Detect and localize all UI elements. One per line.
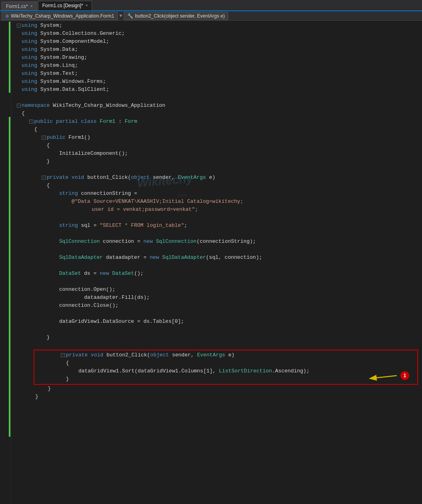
- highlighted-method: -private void button2_Click(object sende…: [34, 350, 418, 385]
- badge-circle: 1: [400, 371, 409, 380]
- breadcrumb-right[interactable]: 🔧 button2_Click(object sender, EventArgs…: [124, 12, 228, 20]
- collapse-btn2[interactable]: -: [61, 353, 65, 357]
- code-area: Wikitechy .com -using System; using Syst…: [0, 21, 422, 504]
- tab-form1-design[interactable]: Form1.cs [Design]* ×: [38, 1, 92, 10]
- code-content[interactable]: Wikitechy .com -using System; using Syst…: [17, 21, 422, 504]
- code-block: -using System; using System.Collections.…: [17, 22, 422, 350]
- breadcrumb-right-text: button2_Click(object sender, EventArgs e…: [135, 13, 225, 19]
- collapse-column: [11, 21, 17, 504]
- collapse-1[interactable]: -: [17, 24, 21, 28]
- green-bar-1: [9, 22, 10, 93]
- closing-braces: } }: [34, 385, 422, 401]
- tab-form1-cs-label: Form1.cs*: [6, 4, 28, 9]
- breadcrumb-right-icon: 🔧: [127, 13, 133, 19]
- tab-form1-cs[interactable]: Form1.cs* ×: [2, 2, 37, 10]
- svg-line-1: [371, 376, 397, 378]
- breadcrumb-left-text: WikiTechy_Csharp_Windows_Application.For…: [11, 13, 114, 19]
- breadcrumb-left-icon: ⊕: [5, 13, 9, 19]
- breadcrumb-left[interactable]: ⊕ WikiTechy_Csharp_Windows_Application.F…: [2, 12, 118, 20]
- collapse-ns[interactable]: -: [17, 104, 21, 108]
- arrow-icon: [367, 370, 399, 382]
- arrow-annotation: 1: [367, 370, 409, 382]
- green-bar-2: [9, 117, 10, 437]
- highlighted-code: -private void button2_Click(object sende…: [34, 351, 417, 383]
- collapse-class[interactable]: -: [29, 120, 33, 124]
- collapse-ctor[interactable]: -: [42, 136, 46, 140]
- tab-form1-design-label: Form1.cs [Design]*: [42, 3, 83, 8]
- collapse-btn1[interactable]: -: [42, 176, 46, 180]
- tab-form1-cs-close[interactable]: ×: [30, 4, 33, 8]
- breadcrumb-separator: ▼: [119, 13, 122, 19]
- tab-form1-design-close[interactable]: ×: [86, 3, 88, 8]
- ide-window: Form1.cs* × Form1.cs [Design]* × ⊕ WikiT…: [0, 0, 422, 504]
- gutter: [0, 21, 11, 504]
- tab-bar: Form1.cs* × Form1.cs [Design]* ×: [0, 0, 422, 11]
- breadcrumb-bar: ⊕ WikiTechy_Csharp_Windows_Application.F…: [0, 11, 422, 21]
